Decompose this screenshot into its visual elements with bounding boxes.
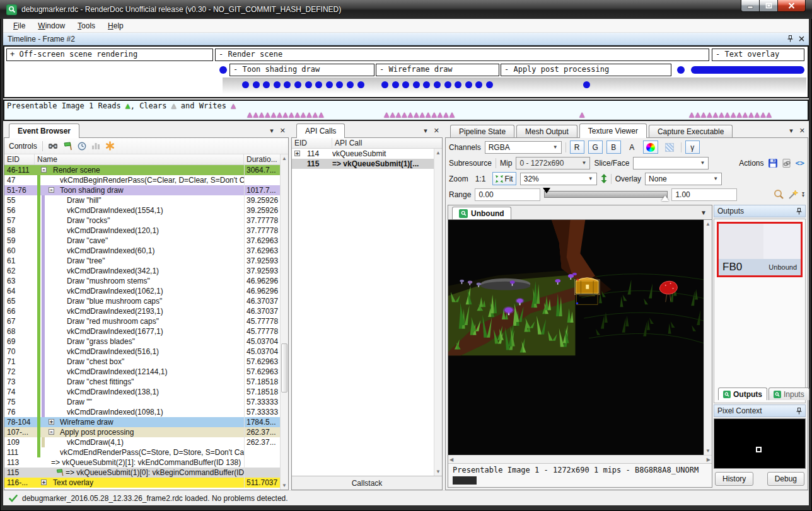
timeline-draw-dot[interactable] [583,81,590,88]
event-row[interactable]: 60vkCmdDrawIndexed(60,1)37.62963 [4,246,280,256]
event-row[interactable]: 47vkCmdBeginRenderPass(C=Clear, D=Clear,… [4,175,280,185]
tab-event-browser[interactable]: Event Browser [9,123,79,138]
chevron-down-icon[interactable]: ▼ [700,209,707,216]
pixel-context-view[interactable] [714,418,806,469]
find-icon[interactable] [48,142,58,150]
timeline-draw-dot[interactable] [465,81,472,88]
red-channel-button[interactable]: R [570,141,584,154]
range-black-handle[interactable] [543,188,550,193]
scroll-left-icon[interactable]: ◀ [450,456,453,464]
checker-background-button[interactable] [662,141,677,154]
event-row[interactable]: 69Draw "grass blades"45.03704 [4,336,280,347]
event-row[interactable]: 64vkCmdDrawIndexed(1062,1)46.96296 [4,286,280,296]
texture-vertical-scrollbar[interactable]: ▲ ▼ [704,220,712,455]
expand-icon[interactable]: + [294,151,300,156]
event-row[interactable]: 113=> vkQueueSubmit(2)[1]: vkEndCommandB… [4,457,280,468]
timeline-draw-span[interactable] [691,66,804,74]
event-row[interactable]: 73Draw "chest fittings"57.18518 [4,377,280,387]
event-row[interactable]: 57Draw "rocks"37.77778 [4,215,280,226]
pin-icon[interactable] [796,208,802,215]
range-slider[interactable] [544,190,668,199]
maximize-button[interactable] [760,0,777,12]
timeline-draw-dot[interactable] [219,66,227,74]
timeline-bar-text-overlay[interactable]: - Text overlay [712,49,804,61]
event-row[interactable]: 66vkCmdDrawIndexed(2193,1)46.37037 [4,306,280,316]
link-icon[interactable] [782,158,792,168]
timeline-draw-dot[interactable] [381,81,388,88]
gamma-button[interactable]: γ [685,141,700,154]
event-row[interactable]: 115=> vkQueueSubmit(1)[0]: vkBeginComman… [4,468,280,478]
event-row[interactable]: 107-...-Apply post processing262.37... [4,427,280,437]
timeline-draw-dot[interactable] [677,66,685,74]
channels-select[interactable]: RGBA▼ [485,141,562,154]
scroll-right-icon[interactable]: ▶ [707,456,710,464]
expand-icon[interactable]: - [49,429,54,435]
write-triangle-group[interactable]: ▲▲▲▲▲▲▲▲▲▲▲▲ [384,109,455,119]
tab-pipeline-state[interactable]: Pipeline State [450,125,514,138]
event-row[interactable]: 55Draw "hill"39.25926 [4,195,280,205]
callstack-section[interactable]: Callstack [292,476,442,490]
autofit-wand-icon[interactable] [788,190,798,200]
scroll-up-icon[interactable]: ▲ [434,149,442,157]
event-row[interactable]: 68vkCmdDrawIndexed(1677,1)45.77778 [4,326,280,336]
timeline-bar-apply[interactable]: - Apply post processing [501,64,671,76]
expand-icon[interactable]: - [49,187,54,193]
fb0-thumbnail[interactable]: FB0 Unbound [717,222,803,277]
event-row[interactable]: 111vkCmdEndRenderPass(C=Store, D=Store, … [4,447,280,457]
event-row[interactable]: 71Draw "chest box"57.62963 [4,357,280,367]
more-options-icon[interactable]: ▾▾ [802,192,804,197]
event-row[interactable]: 78-104+Wireframe draw1784.5... [4,417,280,427]
timeline-bar-offscreen[interactable]: + Off-screen scene rendering [6,49,213,61]
bookmark-asterisk-icon[interactable] [105,141,115,151]
write-triangle-group[interactable]: ▲▲▲▲▲▲▲▲▲▲▲▲▲ [247,109,325,119]
range-min-input[interactable]: 0.00 [475,188,540,201]
tab-unbound-texture[interactable]: Unbound [452,207,511,219]
event-row[interactable]: 63Draw "mushroom stems"46.96296 [4,276,280,286]
event-row[interactable]: 74vkCmdDrawIndexed(138,1)57.18518 [4,387,280,397]
expand-icon[interactable]: - [41,167,47,173]
event-row[interactable]: 51-76-Toon shading draw1017.7... [4,185,280,195]
tab-api-calls[interactable]: API Calls [296,123,345,138]
pin-icon[interactable] [796,408,802,415]
menu-help[interactable]: Help [102,20,130,32]
scroll-down-icon[interactable]: ▼ [704,447,712,455]
save-icon[interactable] [768,158,778,168]
timeline-draw-dot[interactable] [305,81,312,88]
timeline-draw-dot[interactable] [274,81,281,88]
close-button[interactable] [777,0,806,12]
alpha-channel-button[interactable]: A [625,141,639,154]
timeline-draw-dot[interactable] [326,81,333,88]
pin-icon[interactable] [787,35,793,42]
zoom-1-1-button[interactable]: 1:1 [472,172,489,185]
event-row[interactable]: 65Draw "blue mushroom caps"46.37037 [4,296,280,306]
chevron-down-icon[interactable]: ▾ [789,127,793,135]
event-row[interactable]: 67Draw "red mushroom caps"45.77778 [4,316,280,326]
event-row[interactable]: 62vkCmdDrawIndexed(342,1)37.92593 [4,266,280,276]
scrollbar-thumb[interactable] [281,343,287,393]
close-icon[interactable]: ✕ [434,127,439,135]
debug-button[interactable]: Debug [767,472,804,486]
timing-clock-icon[interactable] [78,142,86,151]
timeline-draw-dot[interactable] [294,81,301,88]
scroll-up-icon[interactable]: ▲ [281,154,288,163]
code-icon[interactable]: <> [796,159,804,168]
texture-horizontal-scrollbar[interactable]: ◀ ▶ [448,455,712,463]
event-row[interactable]: 58vkCmdDrawIndexed(120,1)37.77778 [4,226,280,236]
flip-y-icon[interactable] [601,174,607,183]
timeline-track[interactable]: + Off-screen scene rendering - Render sc… [3,45,809,98]
event-row[interactable]: 116-...+Text overlay511.7037 [4,478,280,488]
event-row[interactable]: 75Draw ""57.33333 [4,397,280,407]
write-triangle-group[interactable]: ▲▲▲▲▲▲▲▲▲▲▲▲▲▲ [689,109,772,119]
menu-window[interactable]: Window [32,20,71,32]
texture-canvas[interactable] [448,220,704,455]
close-icon[interactable] [799,36,804,42]
range-track[interactable] [544,191,668,198]
color-wheel-button[interactable] [643,141,658,154]
timeline-draw-dot[interactable] [347,81,354,88]
history-button[interactable]: History [715,472,753,486]
timeline-bar-toon[interactable]: - Toon shading draw [229,64,374,76]
fit-button[interactable]: Fit [492,172,516,185]
close-icon[interactable]: ✕ [280,127,286,135]
scroll-down-icon[interactable]: ▼ [281,481,288,490]
range-white-handle[interactable] [661,195,669,201]
